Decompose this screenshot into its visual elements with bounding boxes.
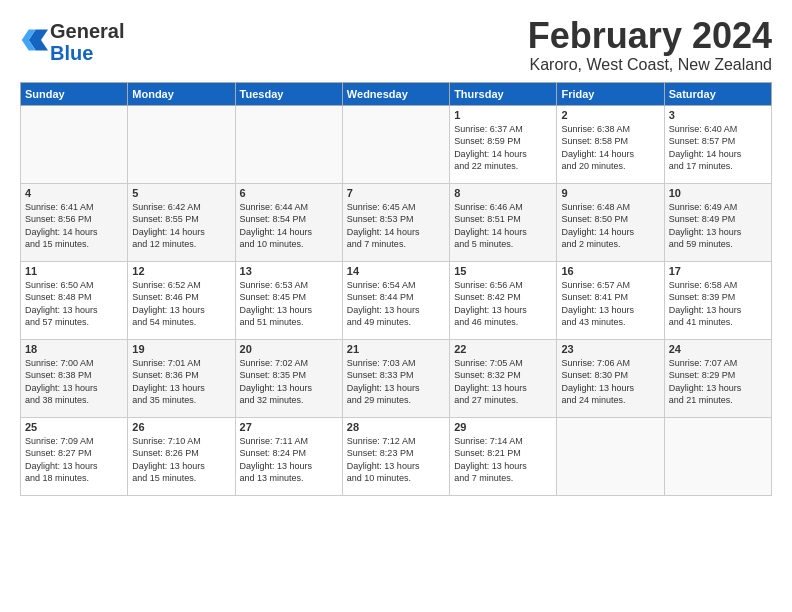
day-info: Sunrise: 6:41 AM Sunset: 8:56 PM Dayligh… — [25, 201, 123, 251]
calendar-cell: 23Sunrise: 7:06 AM Sunset: 8:30 PM Dayli… — [557, 339, 664, 417]
day-info: Sunrise: 6:54 AM Sunset: 8:44 PM Dayligh… — [347, 279, 445, 329]
calendar-cell: 12Sunrise: 6:52 AM Sunset: 8:46 PM Dayli… — [128, 261, 235, 339]
day-number: 20 — [240, 343, 338, 355]
day-info: Sunrise: 6:50 AM Sunset: 8:48 PM Dayligh… — [25, 279, 123, 329]
day-number: 5 — [132, 187, 230, 199]
logo-text: General Blue — [50, 20, 124, 64]
day-info: Sunrise: 7:14 AM Sunset: 8:21 PM Dayligh… — [454, 435, 552, 485]
day-number: 11 — [25, 265, 123, 277]
day-info: Sunrise: 6:56 AM Sunset: 8:42 PM Dayligh… — [454, 279, 552, 329]
calendar-week-row: 1Sunrise: 6:37 AM Sunset: 8:59 PM Daylig… — [21, 105, 772, 183]
day-number: 22 — [454, 343, 552, 355]
day-number: 10 — [669, 187, 767, 199]
calendar-cell: 18Sunrise: 7:00 AM Sunset: 8:38 PM Dayli… — [21, 339, 128, 417]
calendar-cell: 20Sunrise: 7:02 AM Sunset: 8:35 PM Dayli… — [235, 339, 342, 417]
calendar-cell: 3Sunrise: 6:40 AM Sunset: 8:57 PM Daylig… — [664, 105, 771, 183]
logo-blue: Blue — [50, 42, 93, 64]
calendar-cell: 24Sunrise: 7:07 AM Sunset: 8:29 PM Dayli… — [664, 339, 771, 417]
calendar-cell — [342, 105, 449, 183]
day-number: 23 — [561, 343, 659, 355]
day-info: Sunrise: 6:42 AM Sunset: 8:55 PM Dayligh… — [132, 201, 230, 251]
day-info: Sunrise: 7:02 AM Sunset: 8:35 PM Dayligh… — [240, 357, 338, 407]
calendar-week-row: 25Sunrise: 7:09 AM Sunset: 8:27 PM Dayli… — [21, 417, 772, 495]
calendar-cell — [21, 105, 128, 183]
day-info: Sunrise: 7:00 AM Sunset: 8:38 PM Dayligh… — [25, 357, 123, 407]
calendar-cell: 17Sunrise: 6:58 AM Sunset: 8:39 PM Dayli… — [664, 261, 771, 339]
calendar-cell: 10Sunrise: 6:49 AM Sunset: 8:49 PM Dayli… — [664, 183, 771, 261]
calendar-cell: 2Sunrise: 6:38 AM Sunset: 8:58 PM Daylig… — [557, 105, 664, 183]
day-number: 21 — [347, 343, 445, 355]
day-number: 12 — [132, 265, 230, 277]
day-number: 4 — [25, 187, 123, 199]
calendar-page: General Blue February 2024 Karoro, West … — [0, 0, 792, 612]
day-info: Sunrise: 7:11 AM Sunset: 8:24 PM Dayligh… — [240, 435, 338, 485]
calendar-header-row: SundayMondayTuesdayWednesdayThursdayFrid… — [21, 82, 772, 105]
day-info: Sunrise: 6:52 AM Sunset: 8:46 PM Dayligh… — [132, 279, 230, 329]
day-number: 8 — [454, 187, 552, 199]
calendar-cell — [557, 417, 664, 495]
day-number: 13 — [240, 265, 338, 277]
calendar-week-row: 4Sunrise: 6:41 AM Sunset: 8:56 PM Daylig… — [21, 183, 772, 261]
weekday-header: Monday — [128, 82, 235, 105]
day-info: Sunrise: 6:57 AM Sunset: 8:41 PM Dayligh… — [561, 279, 659, 329]
day-number: 25 — [25, 421, 123, 433]
day-info: Sunrise: 6:37 AM Sunset: 8:59 PM Dayligh… — [454, 123, 552, 173]
calendar-cell: 21Sunrise: 7:03 AM Sunset: 8:33 PM Dayli… — [342, 339, 449, 417]
day-number: 24 — [669, 343, 767, 355]
logo-icon — [20, 26, 48, 54]
day-info: Sunrise: 7:07 AM Sunset: 8:29 PM Dayligh… — [669, 357, 767, 407]
calendar-cell: 11Sunrise: 6:50 AM Sunset: 8:48 PM Dayli… — [21, 261, 128, 339]
day-number: 2 — [561, 109, 659, 121]
weekday-header: Wednesday — [342, 82, 449, 105]
calendar-cell: 19Sunrise: 7:01 AM Sunset: 8:36 PM Dayli… — [128, 339, 235, 417]
calendar-cell: 7Sunrise: 6:45 AM Sunset: 8:53 PM Daylig… — [342, 183, 449, 261]
logo: General Blue — [20, 20, 124, 64]
calendar-cell: 13Sunrise: 6:53 AM Sunset: 8:45 PM Dayli… — [235, 261, 342, 339]
day-info: Sunrise: 7:10 AM Sunset: 8:26 PM Dayligh… — [132, 435, 230, 485]
calendar-cell — [664, 417, 771, 495]
day-info: Sunrise: 6:53 AM Sunset: 8:45 PM Dayligh… — [240, 279, 338, 329]
day-number: 9 — [561, 187, 659, 199]
calendar-table: SundayMondayTuesdayWednesdayThursdayFrid… — [20, 82, 772, 496]
calendar-cell: 29Sunrise: 7:14 AM Sunset: 8:21 PM Dayli… — [450, 417, 557, 495]
day-info: Sunrise: 6:38 AM Sunset: 8:58 PM Dayligh… — [561, 123, 659, 173]
title-section: February 2024 Karoro, West Coast, New Ze… — [528, 16, 772, 74]
day-number: 29 — [454, 421, 552, 433]
calendar-cell — [235, 105, 342, 183]
day-info: Sunrise: 6:58 AM Sunset: 8:39 PM Dayligh… — [669, 279, 767, 329]
header-section: General Blue February 2024 Karoro, West … — [20, 16, 772, 74]
calendar-cell: 25Sunrise: 7:09 AM Sunset: 8:27 PM Dayli… — [21, 417, 128, 495]
day-number: 28 — [347, 421, 445, 433]
day-number: 15 — [454, 265, 552, 277]
calendar-title: February 2024 — [528, 16, 772, 56]
day-number: 27 — [240, 421, 338, 433]
calendar-cell: 16Sunrise: 6:57 AM Sunset: 8:41 PM Dayli… — [557, 261, 664, 339]
day-info: Sunrise: 7:12 AM Sunset: 8:23 PM Dayligh… — [347, 435, 445, 485]
calendar-week-row: 11Sunrise: 6:50 AM Sunset: 8:48 PM Dayli… — [21, 261, 772, 339]
calendar-cell: 22Sunrise: 7:05 AM Sunset: 8:32 PM Dayli… — [450, 339, 557, 417]
day-info: Sunrise: 6:49 AM Sunset: 8:49 PM Dayligh… — [669, 201, 767, 251]
calendar-cell: 14Sunrise: 6:54 AM Sunset: 8:44 PM Dayli… — [342, 261, 449, 339]
calendar-cell: 8Sunrise: 6:46 AM Sunset: 8:51 PM Daylig… — [450, 183, 557, 261]
calendar-cell — [128, 105, 235, 183]
day-info: Sunrise: 6:40 AM Sunset: 8:57 PM Dayligh… — [669, 123, 767, 173]
calendar-week-row: 18Sunrise: 7:00 AM Sunset: 8:38 PM Dayli… — [21, 339, 772, 417]
day-info: Sunrise: 6:45 AM Sunset: 8:53 PM Dayligh… — [347, 201, 445, 251]
day-number: 17 — [669, 265, 767, 277]
calendar-subtitle: Karoro, West Coast, New Zealand — [528, 56, 772, 74]
day-info: Sunrise: 6:44 AM Sunset: 8:54 PM Dayligh… — [240, 201, 338, 251]
calendar-cell: 5Sunrise: 6:42 AM Sunset: 8:55 PM Daylig… — [128, 183, 235, 261]
day-number: 3 — [669, 109, 767, 121]
day-number: 1 — [454, 109, 552, 121]
calendar-cell: 28Sunrise: 7:12 AM Sunset: 8:23 PM Dayli… — [342, 417, 449, 495]
day-info: Sunrise: 7:03 AM Sunset: 8:33 PM Dayligh… — [347, 357, 445, 407]
logo-general: General — [50, 20, 124, 42]
day-number: 16 — [561, 265, 659, 277]
calendar-cell: 1Sunrise: 6:37 AM Sunset: 8:59 PM Daylig… — [450, 105, 557, 183]
weekday-header: Tuesday — [235, 82, 342, 105]
weekday-header: Thursday — [450, 82, 557, 105]
calendar-cell: 27Sunrise: 7:11 AM Sunset: 8:24 PM Dayli… — [235, 417, 342, 495]
day-info: Sunrise: 6:46 AM Sunset: 8:51 PM Dayligh… — [454, 201, 552, 251]
day-number: 6 — [240, 187, 338, 199]
weekday-header: Saturday — [664, 82, 771, 105]
